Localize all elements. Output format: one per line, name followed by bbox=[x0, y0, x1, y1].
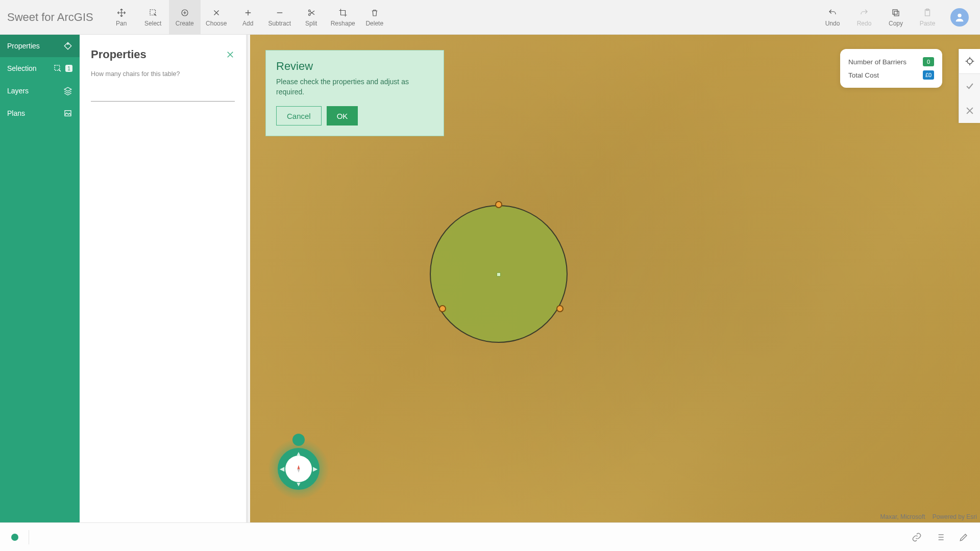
tag-icon bbox=[63, 41, 72, 51]
confirm-button[interactable] bbox=[959, 74, 980, 98]
select-tool[interactable]: Select bbox=[137, 0, 169, 34]
undo-button[interactable]: Undo bbox=[817, 0, 848, 34]
review-popover: Review Please check the properties and a… bbox=[265, 50, 444, 136]
delete-tool[interactable]: Delete bbox=[359, 0, 390, 34]
chevron-right-icon[interactable]: ▶ bbox=[313, 465, 317, 472]
link-icon[interactable] bbox=[912, 532, 922, 542]
select-icon bbox=[148, 8, 158, 18]
copy-icon bbox=[891, 8, 901, 18]
field-label: How many chairs for this table? bbox=[91, 70, 235, 78]
minus-icon bbox=[275, 8, 285, 18]
scissors-icon bbox=[306, 8, 316, 18]
stats-card: Number of Barriers 0 Total Cost £0 bbox=[840, 49, 942, 88]
create-tool[interactable]: Create bbox=[169, 0, 201, 34]
locate-button[interactable] bbox=[959, 49, 980, 73]
image-icon bbox=[63, 109, 72, 118]
add-tool[interactable]: Add bbox=[232, 0, 264, 34]
connection-status-icon bbox=[11, 534, 18, 541]
subtract-label: Subtract bbox=[268, 20, 291, 27]
copy-label: Copy bbox=[889, 20, 903, 27]
sidebar-item-selection[interactable]: Selection 1 bbox=[0, 57, 80, 80]
create-icon bbox=[180, 8, 190, 18]
redo-button[interactable]: Redo bbox=[848, 0, 880, 34]
map-canvas[interactable]: Review Please check the properties and a… bbox=[250, 35, 980, 522]
popover-body: Please check the properties and adjust a… bbox=[276, 77, 433, 97]
attrib-sources: Maxar, Microsoft bbox=[880, 513, 925, 520]
toolbar-right: Undo Redo Copy Paste bbox=[817, 0, 980, 34]
stat-value: 0 bbox=[923, 57, 934, 66]
compass-face[interactable] bbox=[285, 456, 312, 482]
sidebar-item-layers[interactable]: Layers bbox=[0, 80, 80, 102]
reshape-tool[interactable]: Reshape bbox=[327, 0, 359, 34]
svg-rect-5 bbox=[893, 10, 897, 14]
paste-label: Paste bbox=[920, 20, 936, 27]
redo-label: Redo bbox=[857, 20, 872, 27]
paste-button[interactable]: Paste bbox=[912, 0, 943, 34]
center-handle[interactable] bbox=[497, 272, 501, 277]
delete-label: Delete bbox=[365, 20, 383, 27]
properties-panel: Properties How many chairs for this tabl… bbox=[80, 35, 248, 522]
create-label: Create bbox=[176, 20, 194, 27]
vertex-handle[interactable] bbox=[556, 305, 564, 312]
close-panel-button[interactable] bbox=[226, 50, 235, 59]
map-attribution: Maxar, Microsoft Powered by Esri bbox=[880, 513, 977, 520]
add-label: Add bbox=[242, 20, 253, 27]
undo-icon bbox=[827, 8, 838, 18]
panel-title: Properties bbox=[91, 48, 146, 61]
svg-point-3 bbox=[308, 13, 310, 15]
svg-rect-4 bbox=[894, 11, 899, 16]
choose-tool[interactable]: Choose bbox=[201, 0, 232, 34]
sidebar-item-label: Layers bbox=[7, 87, 29, 95]
svg-point-9 bbox=[67, 43, 68, 44]
chevron-up-icon[interactable]: ▲ bbox=[296, 450, 302, 457]
choose-label: Choose bbox=[206, 20, 227, 27]
chevron-down-icon[interactable]: ▼ bbox=[296, 481, 302, 488]
app-title: Sweet for ArcGIS bbox=[0, 0, 106, 34]
copy-button[interactable]: Copy bbox=[880, 0, 912, 34]
crop-icon bbox=[338, 8, 348, 18]
ok-button[interactable]: OK bbox=[327, 106, 358, 126]
cancel-button[interactable]: Cancel bbox=[276, 106, 322, 126]
pan-tool[interactable]: Pan bbox=[106, 0, 137, 34]
svg-rect-11 bbox=[65, 111, 71, 116]
undo-label: Undo bbox=[825, 20, 840, 27]
split-tool[interactable]: Split bbox=[296, 0, 327, 34]
layers-icon bbox=[63, 86, 72, 95]
stat-value: £0 bbox=[923, 70, 934, 80]
map-edge-toolstrip bbox=[959, 49, 980, 123]
choose-icon bbox=[211, 8, 222, 18]
reshape-label: Reshape bbox=[331, 20, 355, 27]
pencil-icon[interactable] bbox=[959, 532, 969, 542]
user-avatar[interactable] bbox=[950, 8, 969, 27]
popover-title: Review bbox=[276, 60, 433, 73]
toolbar-left: Pan Select Create Choose Add Subtract Sp… bbox=[106, 0, 390, 34]
vertex-handle[interactable] bbox=[495, 201, 502, 208]
sidebar-item-label: Selection bbox=[7, 64, 37, 72]
stat-label: Number of Barriers bbox=[848, 58, 906, 66]
sidebar-item-properties[interactable]: Properties bbox=[0, 35, 80, 57]
compass-widget[interactable]: ▲ ▼ ◀ ▶ bbox=[265, 436, 332, 502]
plus-icon bbox=[243, 8, 253, 18]
sidebar-item-label: Properties bbox=[7, 42, 40, 50]
select-label: Select bbox=[144, 20, 161, 27]
chairs-input[interactable] bbox=[91, 87, 235, 102]
discard-button[interactable] bbox=[959, 98, 980, 123]
stat-label: Total Cost bbox=[848, 71, 879, 79]
split-label: Split bbox=[305, 20, 317, 27]
move-icon bbox=[116, 8, 127, 18]
subtract-tool[interactable]: Subtract bbox=[264, 0, 296, 34]
paste-icon bbox=[922, 8, 933, 18]
pan-label: Pan bbox=[116, 20, 127, 27]
top-toolbar: Sweet for ArcGIS Pan Select Create Choos… bbox=[0, 0, 980, 35]
attrib-powered[interactable]: Powered by Esri bbox=[933, 513, 977, 520]
compass-knob[interactable] bbox=[292, 434, 305, 446]
chevron-left-icon[interactable]: ◀ bbox=[280, 465, 284, 472]
list-icon[interactable] bbox=[935, 532, 945, 542]
svg-point-2 bbox=[308, 10, 310, 12]
selection-count-badge: 1 bbox=[65, 65, 72, 72]
svg-point-8 bbox=[958, 13, 961, 17]
vertex-handle[interactable] bbox=[439, 305, 446, 312]
left-sidebar: Properties Selection 1 Layers Plans bbox=[0, 35, 80, 522]
sidebar-item-plans[interactable]: Plans bbox=[0, 102, 80, 124]
redo-icon bbox=[859, 8, 869, 18]
